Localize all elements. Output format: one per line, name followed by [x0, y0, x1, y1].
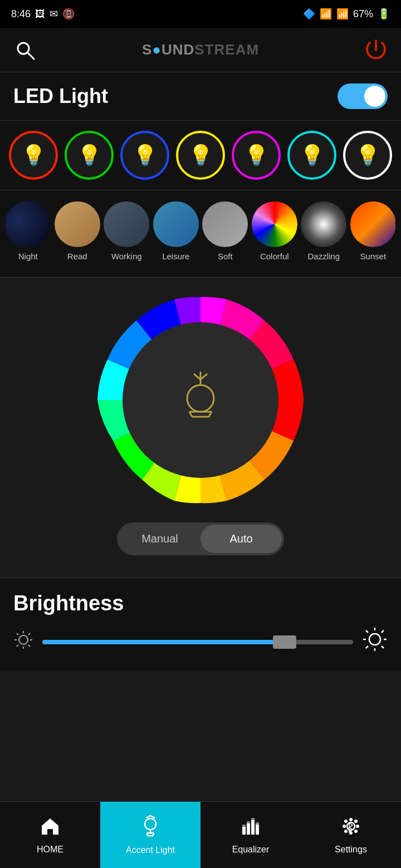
- signal-icon: 📶: [336, 8, 349, 20]
- nav-accent-light[interactable]: Accent Light: [100, 802, 200, 868]
- color-wheel-center: [145, 344, 256, 456]
- scene-read[interactable]: Read: [55, 201, 100, 262]
- scene-working[interactable]: Working: [104, 201, 149, 262]
- color-yellow[interactable]: 💡: [176, 131, 225, 180]
- led-light-section: LED Light: [0, 72, 401, 121]
- svg-point-22: [369, 634, 380, 645]
- nav-equalizer[interactable]: Equalizer: [200, 802, 301, 868]
- app-logo: S●UNDSTREAM: [142, 41, 259, 58]
- svg-rect-42: [247, 823, 250, 835]
- search-button[interactable]: [11, 36, 39, 64]
- svg-point-53: [356, 825, 359, 828]
- svg-line-39: [147, 833, 148, 836]
- svg-line-21: [17, 645, 18, 647]
- svg-line-19: [28, 645, 30, 647]
- svg-point-52: [343, 825, 346, 828]
- equalizer-icon: [240, 816, 261, 841]
- svg-line-28: [382, 646, 384, 648]
- led-light-title: LED Light: [13, 85, 108, 108]
- scene-sunset[interactable]: Sunset: [351, 201, 396, 262]
- sun-small-icon: [13, 630, 33, 654]
- svg-rect-47: [251, 818, 255, 820]
- accent-light-icon: [140, 815, 161, 842]
- svg-point-55: [354, 830, 358, 833]
- nav-settings[interactable]: Settings: [301, 802, 401, 868]
- svg-line-34: [146, 816, 150, 818]
- battery-icon: 🔋: [378, 8, 390, 20]
- nav-equalizer-label: Equalizer: [232, 845, 270, 855]
- color-wheel-section: Manual Auto: [0, 278, 401, 578]
- brightness-section: Brightness: [0, 578, 401, 670]
- color-green[interactable]: 💡: [65, 131, 114, 180]
- scene-night[interactable]: Night: [6, 201, 51, 262]
- svg-point-57: [344, 830, 348, 833]
- brightness-row: [13, 627, 388, 657]
- status-time: 8:46: [11, 8, 31, 20]
- svg-line-1: [27, 52, 34, 59]
- svg-rect-43: [251, 820, 255, 835]
- scene-leisure[interactable]: Leisure: [154, 201, 199, 262]
- slider-thumb[interactable]: [273, 635, 296, 649]
- svg-line-29: [382, 630, 384, 633]
- svg-line-27: [366, 630, 368, 633]
- scene-dazzling[interactable]: Dazzling: [301, 201, 346, 262]
- color-circles-section: 💡 💡 💡 💡 💡 💡 💡: [0, 121, 401, 190]
- bottom-nav: HOME Accent Light: [0, 801, 401, 868]
- brightness-slider[interactable]: [42, 640, 353, 644]
- wifi-icon: 📶: [320, 8, 332, 20]
- scenes-row: Night Read Working Leisure Soft Colorful…: [6, 201, 395, 266]
- sim-icon: 📵: [62, 8, 75, 20]
- nav-accent-light-label: Accent Light: [126, 845, 175, 855]
- power-button[interactable]: [362, 36, 390, 64]
- svg-rect-41: [242, 827, 246, 835]
- brightness-title: Brightness: [13, 591, 388, 615]
- photo-icon: 🖼: [35, 8, 45, 20]
- svg-point-31: [145, 818, 156, 830]
- nav-home-label: HOME: [37, 845, 63, 855]
- svg-point-54: [344, 820, 348, 823]
- svg-line-18: [17, 633, 18, 635]
- svg-rect-44: [256, 825, 259, 835]
- svg-point-50: [349, 818, 353, 821]
- svg-point-13: [19, 635, 28, 644]
- svg-point-56: [354, 820, 358, 823]
- mail-icon: ✉: [50, 8, 58, 20]
- manual-mode-button[interactable]: Manual: [119, 525, 200, 553]
- led-toggle[interactable]: [338, 83, 388, 109]
- svg-point-4: [187, 385, 214, 412]
- bluetooth-icon: 🔷: [303, 8, 315, 20]
- svg-line-40: [153, 833, 154, 836]
- svg-rect-45: [242, 825, 246, 827]
- header: S●UNDSTREAM: [0, 28, 401, 72]
- svg-line-7: [200, 374, 207, 379]
- svg-line-6: [194, 374, 200, 379]
- sun-large-icon: [362, 627, 388, 657]
- scene-colorful[interactable]: Colorful: [252, 201, 297, 262]
- color-cyan[interactable]: 💡: [287, 131, 336, 180]
- color-white[interactable]: 💡: [343, 131, 392, 180]
- svg-rect-46: [247, 821, 250, 823]
- color-wheel[interactable]: [95, 294, 306, 506]
- scene-soft[interactable]: Soft: [203, 201, 248, 262]
- color-blue[interactable]: 💡: [120, 131, 169, 180]
- svg-rect-48: [256, 822, 259, 825]
- status-bar: 8:46 🖼 ✉ 📵 🔷 📶 📶 67% 🔋: [0, 0, 401, 28]
- home-icon: [40, 816, 61, 841]
- color-red[interactable]: 💡: [9, 131, 58, 180]
- nav-home[interactable]: HOME: [0, 802, 100, 868]
- mode-toggle[interactable]: Manual Auto: [117, 522, 284, 555]
- svg-line-35: [150, 816, 155, 818]
- settings-icon: [340, 816, 361, 841]
- color-circles-row: 💡 💡 💡 💡 💡 💡 💡: [6, 131, 395, 180]
- color-magenta[interactable]: 💡: [232, 131, 281, 180]
- auto-mode-button[interactable]: Auto: [200, 525, 282, 553]
- svg-line-20: [28, 633, 30, 635]
- svg-line-30: [366, 646, 368, 648]
- scenes-section: Night Read Working Leisure Soft Colorful…: [0, 190, 401, 278]
- battery-label: 67%: [353, 8, 373, 20]
- nav-settings-label: Settings: [335, 845, 367, 855]
